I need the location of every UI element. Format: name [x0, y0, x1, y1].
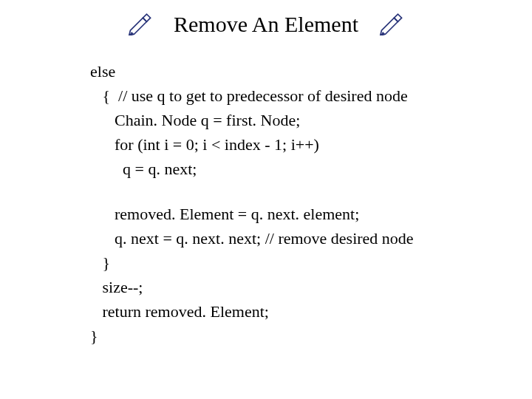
code-line: }	[90, 324, 532, 348]
title-row: Remove An Element	[0, 0, 532, 38]
code-line: else	[90, 59, 532, 83]
code-line: q = q. next;	[90, 157, 532, 181]
code-line: }	[90, 250, 532, 275]
code-line: size--;	[90, 275, 532, 299]
code-line: for (int i = 0; i < index - 1; i++)	[90, 132, 532, 157]
page-title: Remove An Element	[174, 12, 358, 37]
code-line: return removed. Element;	[90, 299, 532, 324]
code-line: q. next = q. next. next; // remove desir…	[90, 226, 532, 250]
code-line: Chain. Node q = first. Node;	[90, 108, 532, 132]
code-line: removed. Element = q. next. element;	[90, 202, 532, 226]
code-line: { // use q to get to predecessor of desi…	[90, 83, 532, 108]
blank-line	[90, 181, 532, 202]
code-block: else { // use q to get to predecessor of…	[0, 38, 532, 348]
pen-icon	[379, 10, 404, 38]
pen-icon	[128, 10, 153, 38]
